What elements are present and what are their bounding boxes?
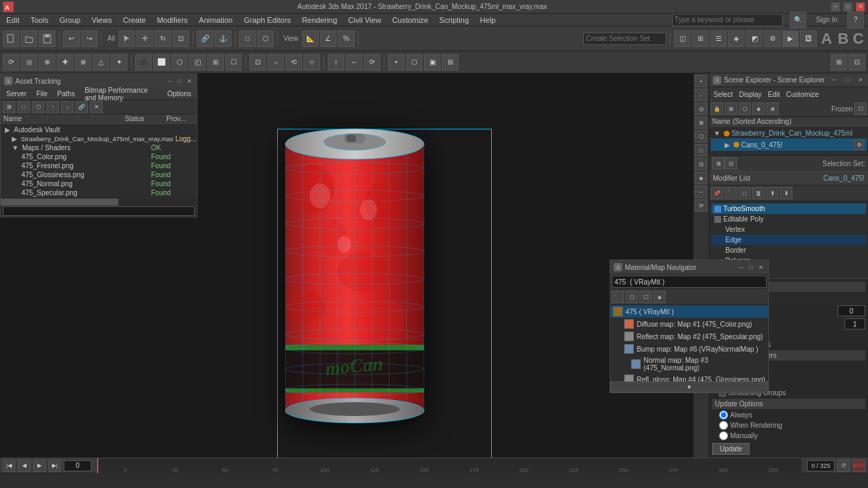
asset-tb4[interactable]: ↑ [46, 101, 59, 114]
mat-tb2[interactable]: ⬡ [626, 291, 638, 303]
menu-civil-view[interactable]: Civil View [346, 16, 383, 24]
percent-snap-btn[interactable]: % [338, 30, 355, 47]
menu-rendering[interactable]: Rendering [300, 16, 339, 24]
se-btn3[interactable]: ⬡ [738, 102, 751, 115]
help-btn[interactable]: ? [847, 12, 864, 28]
ts-manually-radio[interactable] [719, 431, 728, 440]
tools2-b5[interactable]: ⊞ [207, 54, 224, 71]
bind-btn[interactable]: ⚓ [215, 30, 231, 47]
asset-max-file[interactable]: ▶ Strawberry_Drink_Can_Mockup_475ml_max_… [2, 134, 195, 143]
mod-pin-btn[interactable]: 📌 [711, 187, 723, 199]
mod-vertex[interactable]: Vertex [711, 224, 866, 235]
mirror-btn[interactable]: ◫ [674, 30, 691, 47]
asset-bitmap[interactable]: Bitmap Performance and Memory [82, 87, 159, 102]
asset-options[interactable]: Options [166, 90, 193, 98]
scene-explorer-close[interactable]: ✕ [856, 76, 865, 84]
vt-btn4[interactable]: ⊞ [695, 116, 707, 129]
ts-update-btn[interactable]: Update [712, 443, 750, 455]
asset-glossiness[interactable]: 475_Glossiness.png Found [2, 170, 195, 179]
menu-create[interactable]: Create [121, 16, 148, 24]
box-mode-btn[interactable]: □ [239, 30, 256, 47]
wire-mode-btn[interactable]: ⬡ [257, 30, 274, 47]
mat-close[interactable]: ✕ [756, 263, 765, 271]
selection-set-input[interactable] [583, 33, 666, 45]
menu-modifiers[interactable]: Modifiers [154, 16, 190, 24]
current-frame[interactable]: 0 [64, 460, 91, 471]
asset-server[interactable]: Server [4, 90, 28, 98]
tools2-playback[interactable]: ⊞ [831, 54, 847, 71]
mod-btn6[interactable]: ⬇ [780, 187, 792, 199]
menu-edit[interactable]: Edit [4, 16, 21, 24]
mat-item-diffuse[interactable]: Diffuse map: Map #1 (475_Color.png) [610, 318, 768, 330]
mod-btn5[interactable]: ⬆ [766, 187, 779, 199]
ts-rendering-radio[interactable] [719, 421, 728, 430]
render-btn[interactable]: ▶ [782, 30, 799, 47]
asset-specular[interactable]: 475_Specular.png Found [2, 188, 195, 197]
mat-nav-input[interactable] [612, 275, 767, 288]
tools2-edges[interactable]: ⬡ [406, 54, 423, 71]
mod-border[interactable]: Border [711, 245, 866, 255]
tools2-b9[interactable]: ⟲ [285, 54, 302, 71]
minimize-btn[interactable]: ─ [831, 2, 840, 12]
mat-item-normal[interactable]: Normal map: Map #3 (475_Normal.png) [610, 355, 768, 373]
open-btn[interactable] [21, 30, 37, 47]
material-btn[interactable]: ◩ [746, 30, 763, 47]
close-btn[interactable]: ✕ [856, 2, 865, 12]
save-btn[interactable] [39, 30, 55, 47]
menu-scripting[interactable]: Scripting [437, 16, 471, 24]
mat-tb4[interactable]: ◈ [653, 291, 666, 303]
mod-edge[interactable]: Edge [711, 235, 866, 245]
mat-expand-bar[interactable]: ▼ [610, 381, 768, 392]
tl-start-btn[interactable]: |◀ [3, 460, 15, 472]
tools2-b7[interactable]: ⊡ [249, 54, 266, 71]
undo-btn[interactable]: ↩ [63, 30, 80, 47]
se-select[interactable]: Select [711, 91, 735, 98]
se-btn5[interactable]: ⊕ [766, 102, 779, 115]
mat-item-475[interactable]: 475 ( VRayMtl ) [610, 305, 768, 318]
mat-item-bump[interactable]: Bump map: Map #6 (VRayNormalMap ) [610, 343, 768, 355]
tools2-faces[interactable]: ▣ [424, 54, 441, 71]
se-item-settings[interactable]: ⚙ [854, 140, 864, 150]
asset-tb1[interactable]: ⊞ [3, 101, 15, 114]
timeline-track[interactable]: 0 25 50 75 100 125 150 175 200 225 250 2… [97, 458, 801, 473]
ts-iterations-input[interactable] [838, 305, 865, 316]
se-btn2[interactable]: ⊞ [725, 102, 737, 115]
search-input[interactable] [672, 14, 783, 26]
vt-btn8[interactable]: ◈ [695, 172, 707, 184]
tools2-btn4[interactable]: ✚ [57, 54, 73, 71]
asset-tb7[interactable]: ✕ [90, 101, 103, 114]
scale-btn[interactable]: ⊡ [172, 30, 189, 47]
asset-close[interactable]: ✕ [185, 77, 193, 85]
tools2-verts[interactable]: • [388, 54, 405, 71]
vt-btn9[interactable]: ↔ [695, 186, 707, 198]
asset-minimize[interactable]: ─ [166, 77, 174, 85]
render-setup-btn[interactable]: ⚙ [764, 30, 781, 47]
tools2-b8[interactable]: ⬦ [267, 54, 284, 71]
asset-paths[interactable]: Paths [55, 90, 78, 98]
tools2-btn6[interactable]: △ [93, 54, 109, 71]
search-btn[interactable]: 🔍 [790, 12, 806, 28]
se-customize[interactable]: Customize [784, 91, 821, 98]
vt-btn5[interactable]: ⬡ [695, 130, 707, 143]
tools2-b4[interactable]: ◰ [189, 54, 206, 71]
asset-tb5[interactable]: ↓ [61, 101, 73, 114]
tools2-skip[interactable]: ⊡ [849, 54, 865, 71]
tools2-btn1[interactable]: ⟳ [3, 54, 19, 71]
asset-maps-shaders[interactable]: ▼ Maps / Shaders OK [2, 143, 195, 152]
asset-fresnel[interactable]: 475_Fresnel.png Found [2, 161, 195, 170]
vt-btn10[interactable]: ⟳ [695, 199, 707, 212]
tools2-btn3[interactable]: ⊕ [39, 54, 55, 71]
menu-animation[interactable]: Animation [197, 16, 235, 24]
angle-snap-btn[interactable]: ∠ [320, 30, 337, 47]
align-btn[interactable]: ⊞ [692, 30, 709, 47]
tl-play-btn[interactable]: ▶ [33, 460, 46, 472]
asset-tb3[interactable]: ⬡ [32, 101, 44, 114]
se-btn1[interactable]: 🔒 [711, 102, 723, 115]
select-btn[interactable] [118, 30, 135, 47]
asset-scrollbar[interactable] [1, 199, 197, 206]
se-btn4[interactable]: ◈ [752, 102, 765, 115]
tools2-b12[interactable]: ↔ [346, 54, 362, 71]
mat-max[interactable]: □ [747, 263, 755, 271]
snap-btn[interactable]: 📐 [302, 30, 319, 47]
menu-tools[interactable]: Tools [28, 16, 51, 24]
